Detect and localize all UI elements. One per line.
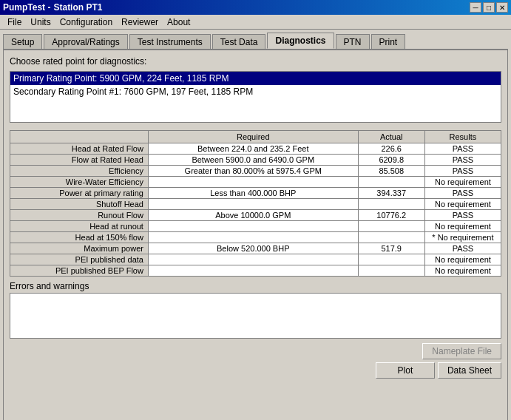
row-result: PASS	[424, 188, 501, 199]
menu-configuration[interactable]: Configuration	[55, 16, 117, 29]
row-label: Wire-Water Efficiency	[10, 177, 149, 188]
table-row: PEI published dataNo requirement	[10, 254, 501, 265]
nameplate-file-button[interactable]: Nameplate File	[422, 343, 501, 359]
plot-button[interactable]: Plot	[376, 362, 435, 379]
row-actual: 226.6	[358, 143, 424, 155]
table-row: Wire-Water EfficiencyNo requirement	[10, 177, 501, 188]
menu-units[interactable]: Units	[26, 16, 55, 29]
row-result: PASS	[424, 155, 501, 166]
row-required: Between 5900.0 and 6490.0 GPM	[148, 155, 358, 166]
rating-item-secondary[interactable]: Secondary Rating Point #1: 7600 GPM, 197…	[10, 85, 501, 98]
row-label: Maximum power	[10, 243, 149, 254]
tab-approval-ratings[interactable]: Approval/Ratings	[44, 34, 127, 49]
close-button[interactable]: ✕	[496, 2, 508, 13]
tab-ptn[interactable]: PTN	[336, 34, 370, 49]
row-actual: 517.9	[358, 243, 424, 254]
row-result: No requirement	[424, 265, 501, 277]
title-bar-text: PumpTest - Station PT1	[3, 2, 102, 13]
row-actual	[358, 199, 424, 210]
bottom-buttons: Nameplate File Plot Data Sheet	[10, 343, 501, 379]
row-result: PASS	[424, 166, 501, 177]
menu-bar: File Units Configuration Reviewer About	[0, 15, 511, 30]
row-result: No requirement	[424, 221, 501, 232]
errors-label: Errors and warnings	[10, 281, 501, 291]
data-sheet-button[interactable]: Data Sheet	[438, 362, 501, 379]
row-actual: 6209.8	[358, 155, 424, 166]
title-bar-buttons: ─ □ ✕	[470, 2, 508, 13]
row-label: Shutoff Head	[10, 199, 149, 210]
col-header-label	[10, 131, 149, 143]
row-result: No requirement	[424, 177, 501, 188]
col-header-results: Results	[424, 131, 501, 143]
row-required	[148, 265, 358, 277]
row-required: Above 10000.0 GPM	[148, 210, 358, 221]
row-actual: 394.337	[358, 188, 424, 199]
rating-item-primary[interactable]: Primary Rating Point: 5900 GPM, 224 Feet…	[10, 72, 501, 85]
table-row: Maximum powerBelow 520.000 BHP517.9PASS	[10, 243, 501, 254]
row-required: Less than 400.000 BHP	[148, 188, 358, 199]
minimize-button[interactable]: ─	[470, 2, 481, 13]
table-row: Head at 150% flow* No requirement	[10, 232, 501, 243]
row-actual	[358, 177, 424, 188]
tab-setup[interactable]: Setup	[3, 34, 42, 49]
errors-box	[10, 293, 501, 339]
row-actual: 10776.2	[358, 210, 424, 221]
tab-bar: Setup Approval/Ratings Test Instruments …	[3, 33, 508, 49]
row-label: Head at runout	[10, 221, 149, 232]
row-required	[148, 221, 358, 232]
row-required	[148, 199, 358, 210]
row-label: Efficiency	[10, 166, 149, 177]
table-row: Head at Rated FlowBetween 224.0 and 235.…	[10, 143, 501, 155]
row-label: Flow at Rated Head	[10, 155, 149, 166]
table-row: EfficiencyGreater than 80.000% at 5975.4…	[10, 166, 501, 177]
table-row: Head at runoutNo requirement	[10, 221, 501, 232]
row-actual	[358, 254, 424, 265]
row-result: No requirement	[424, 199, 501, 210]
table-row: Shutoff HeadNo requirement	[10, 199, 501, 210]
col-header-required: Required	[148, 131, 358, 143]
station-name: Station PT1	[53, 2, 102, 13]
menu-reviewer[interactable]: Reviewer	[117, 16, 163, 29]
row-required	[148, 232, 358, 243]
tab-test-data[interactable]: Test Data	[212, 34, 266, 49]
panel-content: Choose rated point for diagnostics: Prim…	[3, 49, 508, 420]
row-result: PASS	[424, 143, 501, 155]
row-label: Power at primary rating	[10, 188, 149, 199]
row-label: PEI published BEP Flow	[10, 265, 149, 277]
row-actual	[358, 221, 424, 232]
row-required	[148, 254, 358, 265]
row-result: PASS	[424, 210, 501, 221]
diagnostics-table: Required Actual Results Head at Rated Fl…	[10, 130, 501, 277]
panel-instruction: Choose rated point for diagnostics:	[10, 56, 501, 67]
row-label: Head at 150% flow	[10, 232, 149, 243]
row-actual	[358, 232, 424, 243]
row-required: Below 520.000 BHP	[148, 243, 358, 254]
rating-points-list[interactable]: Primary Rating Point: 5900 GPM, 224 Feet…	[10, 71, 501, 123]
table-row: Power at primary ratingLess than 400.000…	[10, 188, 501, 199]
row-actual	[358, 265, 424, 277]
table-row: PEI published BEP FlowNo requirement	[10, 265, 501, 277]
row-actual: 85.508	[358, 166, 424, 177]
main-area: Setup Approval/Ratings Test Instruments …	[0, 30, 511, 420]
row-result: PASS	[424, 243, 501, 254]
row-label: PEI published data	[10, 254, 149, 265]
tab-diagnostics[interactable]: Diagnostics	[267, 33, 334, 49]
action-buttons: Plot Data Sheet	[376, 362, 501, 379]
title-bar: PumpTest - Station PT1 ─ □ ✕	[0, 0, 511, 15]
row-label: Runout Flow	[10, 210, 149, 221]
menu-file[interactable]: File	[3, 16, 26, 29]
row-required: Between 224.0 and 235.2 Feet	[148, 143, 358, 155]
row-required: Greater than 80.000% at 5975.4 GPM	[148, 166, 358, 177]
row-required	[148, 177, 358, 188]
row-label: Head at Rated Flow	[10, 143, 149, 155]
app-name: PumpTest -	[3, 2, 50, 13]
maximize-button[interactable]: □	[483, 2, 495, 13]
menu-about[interactable]: About	[163, 16, 194, 29]
row-result: No requirement	[424, 254, 501, 265]
tab-test-instruments[interactable]: Test Instruments	[129, 34, 211, 49]
table-row: Runout FlowAbove 10000.0 GPM10776.2PASS	[10, 210, 501, 221]
table-row: Flow at Rated HeadBetween 5900.0 and 649…	[10, 155, 501, 166]
tab-print[interactable]: Print	[371, 34, 406, 49]
col-header-actual: Actual	[358, 131, 424, 143]
row-result: * No requirement	[424, 232, 501, 243]
